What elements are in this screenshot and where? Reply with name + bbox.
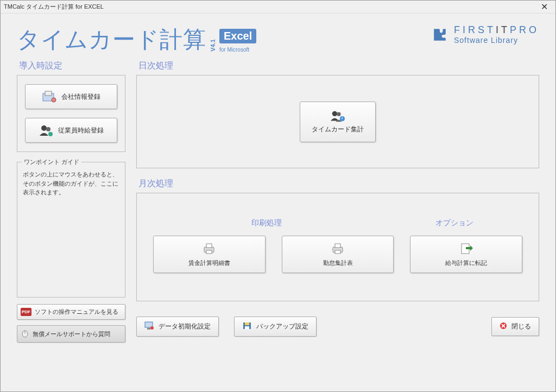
svg-point-9 [337, 112, 340, 116]
print-section-label: 印刷処理 [150, 218, 383, 228]
close-red-icon [500, 322, 507, 331]
brand-logo: FIRSTITPRO Software Library [430, 24, 539, 45]
main-area: 導入時設定 会社情報登録 従業員時給登録 [17, 60, 539, 343]
timecard-agg-label: タイムカード集計 [312, 125, 364, 134]
brand-word1: FIRST [454, 24, 496, 35]
data-init-label: データ初期化設定 [159, 322, 211, 331]
disk-icon [242, 321, 252, 332]
left-column: 導入時設定 会社情報登録 従業員時給登録 [17, 60, 125, 343]
version-text: V4.1 [210, 39, 216, 52]
brand-tagline: Software Library [454, 36, 539, 45]
left-bottom-buttons: PDF ソフトの操作マニュアルを見る 無償メールサポートから質問 [17, 304, 125, 343]
company-icon [42, 90, 57, 103]
svg-point-4 [46, 127, 50, 131]
monitor-icon [144, 321, 154, 332]
document-arrow-icon [459, 243, 473, 256]
salary-post-button[interactable]: 給与計算に転記 [410, 236, 522, 273]
daily-panel: タイムカード集計 [136, 75, 539, 168]
monthly-buttons-row: 賃金計算明細書 勤怠集計表 給与計算に転記 [150, 236, 526, 273]
manual-button[interactable]: PDF ソフトの操作マニュアルを見る [17, 304, 125, 320]
svg-rect-13 [206, 250, 212, 254]
svg-rect-22 [245, 323, 249, 325]
mouse-icon [21, 329, 29, 339]
monthly-sub-labels: 印刷処理 オプション [150, 218, 526, 228]
option-section-label: オプション [383, 218, 526, 228]
data-init-button[interactable]: データ初期化設定 [136, 317, 219, 337]
svg-point-5 [48, 132, 53, 136]
bottom-row: データ初期化設定 バックアップ設定 閉じる [136, 317, 539, 337]
guide-title: ワンポイント ガイド [22, 158, 81, 166]
pdf-icon: PDF [21, 308, 31, 316]
monthly-panel: 印刷処理 オプション 賃金計算明細書 [136, 193, 539, 301]
company-reg-label: 会社情報登録 [61, 92, 100, 102]
backup-button[interactable]: バックアップ設定 [234, 317, 317, 337]
timecard-icon [330, 110, 345, 123]
printer-icon [331, 243, 345, 256]
attendance-sum-button[interactable]: 勤怠集計表 [282, 236, 394, 273]
excel-badge: Excel [219, 29, 256, 43]
guide-panel: ワンポイント ガイド ボタンの上にマウスをあわせると、そのボタン機能のガイドが、… [17, 162, 125, 298]
setup-panel: 会社情報登録 従業員時給登録 [17, 75, 125, 152]
backup-label: バックアップ設定 [256, 322, 308, 331]
employee-reg-label: 従業員時給登録 [58, 126, 104, 135]
company-reg-button[interactable]: 会社情報登録 [25, 84, 117, 109]
svg-rect-1 [45, 91, 52, 96]
app-title-text: タイムカード計算 [17, 24, 206, 55]
wage-detail-button[interactable]: 賃金計算明細書 [153, 236, 266, 273]
employee-icon [39, 124, 54, 137]
content-area: タイムカード計算 V4.1 Excel for Microsoft FIRSTI… [1, 14, 555, 391]
right-column: 日次処理 タイムカード集計 月次処理 印刷処理 オプション [136, 60, 539, 343]
support-label: 無償メールサポートから質問 [33, 330, 110, 338]
manual-label: ソフトの操作マニュアルを見る [35, 308, 118, 316]
printer-icon [202, 243, 216, 256]
setup-section-label: 導入時設定 [17, 60, 125, 72]
for-microsoft-text: for Microsoft [219, 47, 249, 53]
monthly-section-label: 月次処理 [136, 178, 539, 189]
svg-point-3 [41, 125, 47, 131]
svg-point-2 [52, 98, 56, 102]
puzzle-icon [430, 25, 450, 45]
attendance-sum-label: 勤怠集計表 [323, 259, 353, 267]
svg-rect-23 [245, 326, 249, 329]
titlebar: TMCalc タイムカード計算 for EXCEL ✕ [1, 1, 555, 14]
close-label: 閉じる [511, 322, 531, 331]
brand-text: FIRSTITPRO Software Library [454, 24, 539, 45]
svg-rect-15 [335, 244, 340, 248]
app-window: TMCalc タイムカード計算 for EXCEL ✕ タイムカード計算 V4.… [0, 0, 556, 392]
salary-post-label: 給与計算に転記 [445, 259, 487, 267]
support-button[interactable]: 無償メールサポートから質問 [17, 325, 125, 343]
svg-rect-16 [335, 250, 340, 254]
brand-word3: PRO [510, 24, 539, 35]
daily-section-label: 日次処理 [136, 60, 539, 72]
window-title: TMCalc タイムカード計算 for EXCEL [4, 3, 104, 11]
close-button[interactable]: 閉じる [491, 317, 539, 336]
wage-detail-label: 賃金計算明細書 [188, 259, 230, 267]
svg-point-20 [150, 326, 154, 330]
employee-reg-button[interactable]: 従業員時給登録 [25, 118, 117, 143]
brand-word2: IT [496, 24, 510, 35]
timecard-agg-button[interactable]: タイムカード集計 [300, 102, 376, 142]
svg-rect-12 [206, 244, 212, 248]
app-title: タイムカード計算 V4.1 Excel for Microsoft [17, 24, 256, 55]
svg-rect-19 [147, 328, 150, 330]
svg-point-8 [332, 111, 337, 116]
close-icon[interactable]: ✕ [538, 2, 551, 12]
guide-text: ボタンの上にマウスをあわせると、そのボタン機能のガイドが、ここに表示されます。 [23, 170, 119, 197]
header-row: タイムカード計算 V4.1 Excel for Microsoft FIRSTI… [17, 24, 539, 55]
